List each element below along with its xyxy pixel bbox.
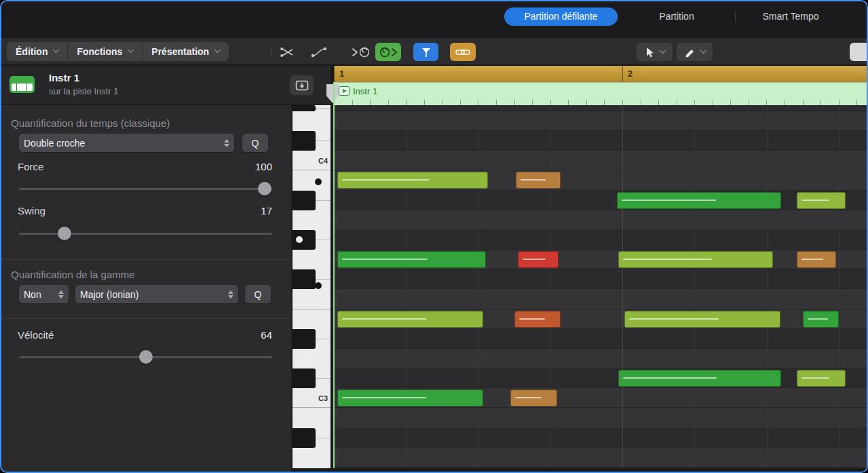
track-subtitle: sur la piste Instr 1 bbox=[49, 86, 119, 96]
link-icon bbox=[455, 48, 471, 57]
piano-key-A#3[interactable] bbox=[293, 191, 331, 210]
piano-key-D4[interactable] bbox=[293, 111, 331, 131]
quantize-inspector: Quantification du temps (classique) Doub… bbox=[0, 105, 292, 473]
midi-draw-button[interactable] bbox=[304, 43, 335, 61]
midi-note-G3[interactable] bbox=[337, 251, 486, 268]
midi-note-E3[interactable] bbox=[803, 311, 839, 328]
piano-key-D#4[interactable] bbox=[293, 105, 331, 111]
editor-toolbar: Édition Fonctions Présentation bbox=[0, 38, 868, 66]
tab-partition-defilante[interactable]: Partition défilante bbox=[504, 7, 618, 26]
region-header[interactable]: Instr 1 bbox=[334, 82, 868, 105]
toolbar-divider bbox=[271, 47, 271, 58]
midi-note-G3[interactable] bbox=[518, 251, 559, 268]
piano-key-A2[interactable] bbox=[293, 448, 331, 468]
ruler-bar-2: 2 bbox=[622, 66, 633, 82]
track-name: Instr 1 bbox=[49, 72, 79, 83]
time-quantize-select[interactable]: Double croche bbox=[19, 134, 234, 152]
strength-slider[interactable] bbox=[19, 182, 272, 195]
piano-keyboard[interactable]: C4C3 bbox=[293, 105, 331, 468]
notes-layer bbox=[334, 105, 868, 468]
partial-toolbar-button[interactable] bbox=[850, 43, 868, 61]
midi-note-E3[interactable] bbox=[624, 311, 780, 328]
piano-key-C#3[interactable] bbox=[293, 368, 331, 388]
velocity-slider[interactable] bbox=[19, 350, 272, 364]
slider-thumb[interactable] bbox=[58, 227, 71, 240]
velocity-line bbox=[342, 318, 426, 320]
midi-out-icon bbox=[378, 46, 398, 58]
black-key bbox=[293, 329, 316, 349]
piano-key-D3[interactable] bbox=[293, 349, 331, 368]
pointer-tool-button[interactable] bbox=[637, 43, 673, 61]
piano-key-C#4[interactable] bbox=[293, 131, 331, 151]
velocity-line bbox=[342, 259, 428, 260]
piano-key-B3[interactable] bbox=[293, 170, 331, 190]
midi-note-C3[interactable] bbox=[510, 390, 557, 406]
edition-menu-label: Édition bbox=[16, 46, 48, 57]
midi-note-B3[interactable] bbox=[516, 172, 561, 189]
midi-note-C3[interactable] bbox=[337, 390, 483, 406]
presentation-menu[interactable]: Présentation bbox=[143, 42, 229, 61]
chevron-down-icon bbox=[128, 46, 134, 53]
midi-note-C#3[interactable] bbox=[797, 370, 846, 387]
velocity-line bbox=[801, 200, 829, 201]
strength-param: Force 100 bbox=[18, 161, 272, 172]
midi-note-C#3[interactable] bbox=[618, 370, 781, 387]
split-notes-button[interactable] bbox=[275, 43, 299, 61]
piano-key-B2[interactable] bbox=[293, 408, 331, 428]
midi-note-A#3[interactable] bbox=[797, 192, 846, 209]
playhead-line[interactable] bbox=[333, 82, 335, 468]
chevron-down-icon bbox=[53, 46, 60, 53]
midi-out-button[interactable] bbox=[375, 43, 401, 61]
fonctions-menu[interactable]: Fonctions bbox=[68, 42, 142, 61]
slider-thumb[interactable] bbox=[139, 350, 153, 364]
note-grid[interactable] bbox=[334, 105, 868, 468]
instrument-piano-icon bbox=[10, 76, 35, 93]
scale-root-select[interactable]: Non bbox=[19, 285, 69, 303]
time-quantize-apply-button[interactable]: Q bbox=[242, 134, 268, 152]
midi-note-E3[interactable] bbox=[337, 311, 483, 328]
bar-ruler[interactable]: 12 bbox=[334, 66, 868, 82]
piano-key-A#2[interactable] bbox=[293, 428, 331, 448]
piano-key-F3[interactable] bbox=[293, 289, 331, 309]
scale-type-select[interactable]: Major (Ionian) bbox=[75, 285, 238, 303]
velocity-line bbox=[801, 377, 829, 379]
velocity-line bbox=[623, 377, 717, 379]
velocity-line bbox=[622, 200, 716, 201]
midi-note-A#3[interactable] bbox=[617, 192, 781, 209]
link-mode-button[interactable] bbox=[450, 43, 476, 61]
midi-draw-icon bbox=[311, 47, 328, 58]
catch-playhead-button[interactable] bbox=[413, 43, 438, 61]
region-play-button[interactable] bbox=[339, 86, 350, 96]
piano-key-F#3[interactable] bbox=[293, 269, 331, 289]
black-key bbox=[293, 191, 316, 210]
piano-key-C4[interactable]: C4 bbox=[293, 151, 331, 170]
piano-key-A3[interactable] bbox=[293, 210, 331, 230]
piano-key-G3[interactable] bbox=[293, 250, 331, 269]
piano-key-D#3[interactable] bbox=[293, 329, 331, 349]
swing-slider[interactable] bbox=[19, 227, 272, 240]
piano-key-C3[interactable]: C3 bbox=[293, 388, 331, 408]
slider-track bbox=[19, 188, 272, 190]
midi-note-E3[interactable] bbox=[514, 311, 561, 328]
local-inspector-toggle-button[interactable] bbox=[290, 75, 314, 95]
velocity-line bbox=[342, 397, 426, 398]
midi-note-G3[interactable] bbox=[797, 251, 836, 268]
piano-key-E3[interactable] bbox=[293, 309, 331, 329]
slider-thumb[interactable] bbox=[258, 182, 271, 195]
tab-partition[interactable]: Partition bbox=[618, 7, 735, 26]
ruler-bar-1: 1 bbox=[334, 66, 344, 82]
chevron-down-icon bbox=[700, 47, 706, 54]
edition-menu[interactable]: Édition bbox=[7, 42, 67, 61]
velocity-label: Vélocité bbox=[18, 329, 54, 341]
tab-smart-tempo[interactable]: Smart Tempo bbox=[736, 7, 846, 26]
scale-quantize-apply-button[interactable]: Q bbox=[245, 285, 271, 303]
key-marker-dot bbox=[315, 282, 322, 289]
fonctions-menu-label: Fonctions bbox=[77, 46, 122, 57]
pencil-tool-button[interactable] bbox=[677, 43, 713, 61]
midi-note-B3[interactable] bbox=[337, 172, 488, 189]
midi-note-G3[interactable] bbox=[618, 251, 773, 268]
strength-value: 100 bbox=[255, 161, 272, 172]
swing-value: 17 bbox=[261, 205, 272, 216]
midi-in-button[interactable] bbox=[348, 43, 374, 61]
stepper-arrows-icon bbox=[219, 139, 229, 147]
